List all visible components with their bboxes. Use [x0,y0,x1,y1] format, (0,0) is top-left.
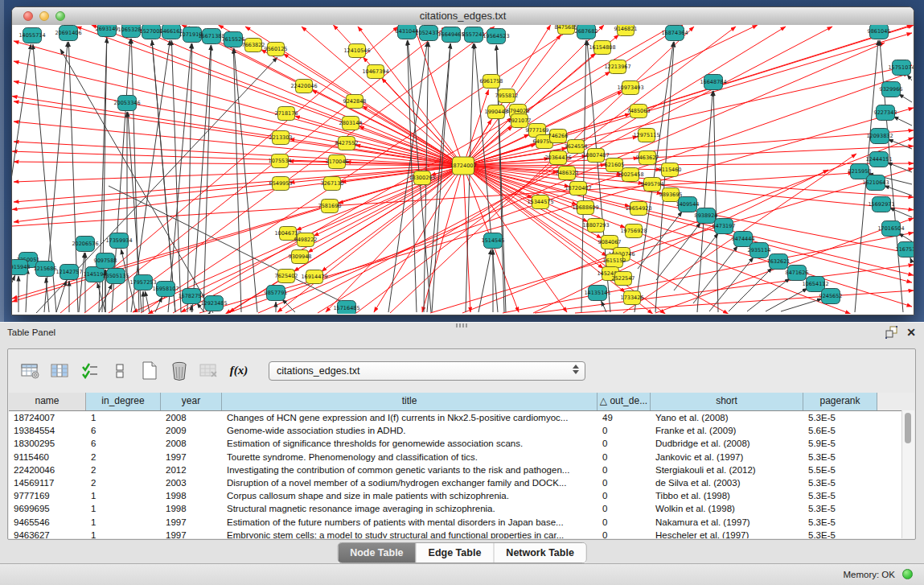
graph-node-yellow[interactable]: 3267130 [321,177,344,191]
create-table-button[interactable] [138,360,161,381]
graph-node-teal[interactable]: 8471626 [786,266,809,281]
cell-in-degree[interactable]: 2 [86,465,161,475]
graph-node-yellow[interactable]: 10688609 [572,201,598,215]
graph-node-teal[interactable]: 8557241 [462,27,486,43]
graph-node-yellow[interactable]: 2718176 [275,107,298,121]
graph-node-teal[interactable]: 1409544 [676,197,700,212]
tab-network-table[interactable]: Network Table [494,543,586,562]
graph-node-yellow[interactable]: 2803144 [339,117,363,130]
graph-node-teal[interactable]: 14135141 [584,286,610,301]
float-window-icon[interactable] [885,326,898,339]
cell-short[interactable]: Nakamura et al. (1997) [651,517,803,527]
graph-node-yellow[interactable]: 3624554 [565,140,588,154]
cell-out-de-[interactable]: 0 [598,465,651,475]
graph-node-yellow[interactable]: 9146821 [614,25,638,36]
cell-year[interactable]: 2008 [161,439,222,448]
graph-node-yellow[interactable]: 7581690 [318,200,342,213]
graph-node-teal[interactable]: 9227343 [874,105,897,121]
graph-node-teal[interactable]: 7615526 [222,32,245,47]
graph-node-yellow[interactable]: 9495794 [641,178,664,192]
network-window[interactable]: citations_edges.txt 76638229560125124105… [11,6,914,315]
cell-in-degree[interactable]: 1 [86,504,161,513]
cell-year[interactable]: 1997 [161,517,222,527]
cell-pagerank[interactable]: 5.3E-5 [803,452,877,462]
graph-node-yellow[interactable]: 9242848 [343,95,367,109]
graph-node-yellow[interactable]: 9115460 [659,163,682,177]
cell-pagerank[interactable]: 5.5E-5 [803,465,877,475]
table-row[interactable]: 1830029562008Estimation of significance … [9,437,914,450]
graph-node-yellow[interactable]: 16154808 [589,41,615,55]
graph-node-yellow[interactable]: 7955812 [495,89,519,103]
graph-node-yellow[interactable]: 19756928 [620,225,647,238]
table-header-row[interactable]: namein_degreeyeartitle△ out_de...shortpa… [9,393,914,411]
cell-pagerank[interactable]: 5.3E-5 [803,504,877,513]
table-row[interactable]: 1872400712008Changes of HCN gene express… [9,411,914,424]
graph-node-yellow[interactable]: 20364436 [544,151,571,165]
table-row[interactable]: 946554611997Estimation of the future num… [9,516,914,529]
show-columns-button[interactable] [49,360,72,381]
cell-year[interactable]: 1997 [161,530,222,538]
column-header-year[interactable]: year [161,393,222,410]
graph-node-teal[interactable]: 3915948 [12,260,30,275]
cell-in-degree[interactable]: 1 [86,530,161,538]
graph-node-teal[interactable]: 7632621 [767,254,791,270]
graph-node-teal[interactable]: 15716485 [333,301,359,315]
graph-node-yellow[interactable]: 1075534 [269,154,292,168]
cell-name[interactable]: 18724007 [9,413,86,422]
cell-short[interactable]: Tibbo et al. (1998) [651,491,803,501]
graph-node-teal[interactable]: 14055714 [18,28,45,43]
cell-short[interactable]: Hescheler et al. (1997) [651,530,803,538]
tab-edge-table[interactable]: Edge Table [417,543,495,562]
column-header-title[interactable]: title [222,393,598,410]
table-row[interactable]: 977716911998Corpus callosum shape and si… [9,489,914,502]
cell-short[interactable]: Dudbridge et al. (2008) [651,439,803,448]
graph-node-yellow[interactable]: 6961758 [480,75,503,89]
graph-node-yellow[interactable]: 9463627 [636,151,659,165]
graph-node-teal[interactable]: 1514545 [482,233,505,249]
cell-name[interactable]: 14569117 [9,478,86,488]
cell-title[interactable]: Estimation of the future numbers of pati… [222,517,598,527]
graph-node-yellow[interactable]: 621605 [605,159,625,172]
cell-in-degree[interactable]: 1 [86,517,161,527]
cell-out-de-[interactable]: 0 [598,452,651,462]
graph-node-yellow[interactable]: 10467394 [362,65,388,79]
graph-node-yellow[interactable]: 2213303 [269,131,293,145]
cell-year[interactable]: 1998 [161,491,222,501]
cell-pagerank[interactable]: 5.6E-5 [803,426,877,435]
cell-in-degree[interactable]: 1 [86,413,161,422]
cell-year[interactable]: 1997 [161,452,222,462]
cell-title[interactable]: Embryonic stem cells: a model to study s… [222,530,598,538]
table-row[interactable]: 2242004622012Investigating the contribut… [9,463,914,476]
table-selector-dropdown[interactable]: citations_edges.txt [269,361,585,381]
graph-node-yellow[interactable]: 1921077 [508,114,532,128]
cell-pagerank[interactable]: 5.3E-5 [803,491,877,501]
close-icon[interactable]: ✕ [906,326,916,339]
column-header-name[interactable]: name [9,393,86,410]
column-header-pagerank[interactable]: pagerank [803,393,877,410]
tab-node-table[interactable]: Node Table [338,543,416,562]
graph-node-teal[interactable]: 6473197 [713,219,736,234]
cell-year[interactable]: 2009 [161,426,222,435]
cell-out-de-[interactable]: 0 [598,439,651,448]
cell-pagerank[interactable]: 5.3E-5 [803,413,877,422]
column-header-out-de-[interactable]: △ out_de... [598,393,651,410]
cell-out-de-[interactable]: 49 [598,413,651,422]
graph-node-yellow[interactable]: 12975115 [633,129,659,142]
graph-node-teal[interactable]: 2935114 [748,243,771,258]
cell-name[interactable]: 9463627 [9,530,86,538]
graph-node-yellow[interactable]: 9084067 [598,236,622,249]
cell-name[interactable]: 9777169 [9,491,86,501]
network-canvas[interactable]: 7663822956012512410546104673942242004627… [12,25,914,314]
graph-node-teal[interactable]: 2687682 [575,25,598,39]
select-columns-button[interactable] [79,360,101,381]
graph-node-yellow[interactable]: 8427552 [335,137,359,150]
cell-short[interactable]: Jankovic et al. (1997) [651,452,803,462]
cell-year[interactable]: 1998 [161,504,222,513]
table-row[interactable]: 969969511998Structural magnetic resonanc… [9,502,914,515]
graph-node-teal[interactable]: 19564523 [483,29,509,44]
cell-in-degree[interactable]: 2 [86,478,161,488]
graph-node-yellow[interactable]: 19654923 [625,202,651,216]
graph-node-yellow[interactable]: 7485063 [627,105,651,118]
graph-node-yellow[interactable]: 1615152 [603,254,626,268]
graph-node-teal[interactable]: 9245652 [819,289,843,304]
